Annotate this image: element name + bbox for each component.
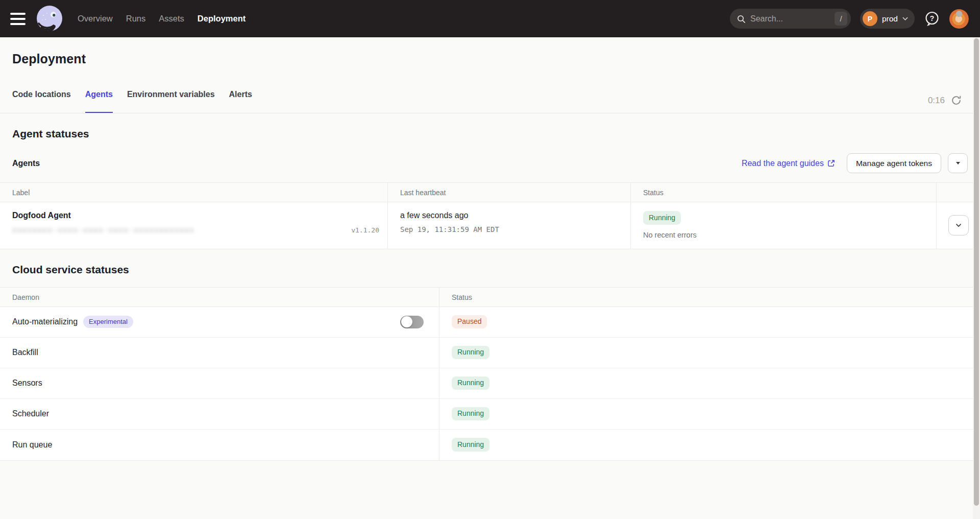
col-header-last-heartbeat: Last heartbeat <box>388 183 631 202</box>
agent-name: Dogfood Agent <box>12 211 379 220</box>
tab-alerts[interactable]: Alerts <box>229 90 252 113</box>
daemon-name: Auto-materializing <box>12 317 78 326</box>
heartbeat-relative: a few seconds ago <box>400 211 622 220</box>
status-badge-running: Running <box>452 438 489 452</box>
experimental-badge: Experimental <box>83 316 133 327</box>
col-header-status: Status <box>631 183 937 202</box>
agent-guides-link-label: Read the agent guides <box>742 159 824 168</box>
col-header-daemon: Daemon <box>0 288 439 307</box>
cloud-service-statuses-heading: Cloud service statuses <box>12 264 968 276</box>
status-badge-running: Running <box>452 407 489 421</box>
deployment-tabs: Code locations Agents Environment variab… <box>0 90 980 113</box>
agents-table: Label Last heartbeat Status Dogfood Agen… <box>0 182 980 249</box>
deployment-switcher[interactable]: P prod <box>860 9 915 29</box>
menu-icon[interactable] <box>10 13 26 25</box>
top-bar: Overview Runs Assets Deployment / P prod <box>0 0 980 37</box>
primary-nav: Overview Runs Assets Deployment <box>78 14 246 23</box>
chevron-down-icon <box>954 221 963 229</box>
agent-statuses-heading: Agent statuses <box>12 128 968 140</box>
scrollbar-thumb[interactable] <box>974 38 979 506</box>
agent-guides-link[interactable]: Read the agent guides <box>742 159 835 168</box>
external-link-icon <box>827 159 835 167</box>
org-avatar: P <box>863 11 877 26</box>
agent-label-cell: Dogfood Agent xxxxxxxx-xxxx-xxxx-xxxx-xx… <box>0 202 388 249</box>
user-avatar[interactable] <box>949 9 969 29</box>
daemon-status-cell: Paused <box>439 307 980 338</box>
svg-text:?: ? <box>930 14 935 22</box>
search-box[interactable]: / <box>730 9 851 29</box>
toggle-knob <box>401 316 412 327</box>
daemon-status-cell: Running <box>439 368 980 399</box>
org-name: prod <box>882 14 898 23</box>
daemon-name: Sensors <box>12 379 42 388</box>
refresh-icon[interactable] <box>951 95 962 106</box>
daemon-status-cell: Running <box>439 399 980 430</box>
scrollbar-track <box>973 37 980 519</box>
caret-down-icon <box>956 162 960 164</box>
tab-environment-variables[interactable]: Environment variables <box>127 90 215 113</box>
agents-subheading: Agents <box>12 159 40 168</box>
daemon-row-backfill: Backfill <box>0 338 439 368</box>
agent-version: v1.1.20 <box>351 226 379 234</box>
tab-agents[interactable]: Agents <box>85 90 113 113</box>
page-title: Deployment <box>12 52 968 66</box>
status-badge-running: Running <box>452 346 489 360</box>
auto-materializing-toggle[interactable] <box>400 316 424 328</box>
col-header-daemon-status: Status <box>439 288 980 307</box>
refresh-timer: 0:16 <box>928 96 945 106</box>
search-shortcut-key: / <box>835 12 847 26</box>
daemon-row-sensors: Sensors <box>0 368 439 399</box>
daemon-row-run-queue: Run queue <box>0 430 439 460</box>
help-icon[interactable]: ? <box>924 11 940 27</box>
search-icon <box>737 14 746 23</box>
nav-assets[interactable]: Assets <box>159 14 184 23</box>
daemon-name: Backfill <box>12 348 38 357</box>
daemon-row-auto-materializing: Auto-materializing Experimental <box>0 307 439 338</box>
daemon-name: Scheduler <box>12 409 49 418</box>
daemon-name: Run queue <box>12 440 52 450</box>
status-badge-running: Running <box>452 376 489 390</box>
agent-id-redacted: xxxxxxxx-xxxx-xxxx-xxxx-xxxxxxxxxxxx <box>12 226 194 234</box>
heartbeat-timestamp: Sep 19, 11:31:59 AM EDT <box>400 225 622 233</box>
daemon-status-cell: Running <box>439 338 980 368</box>
nav-deployment[interactable]: Deployment <box>198 14 246 23</box>
nav-overview[interactable]: Overview <box>78 14 113 23</box>
agent-expand-button[interactable] <box>948 215 969 235</box>
nav-runs[interactable]: Runs <box>126 14 146 23</box>
col-header-label: Label <box>0 183 388 202</box>
agent-more-actions-button[interactable] <box>948 153 968 173</box>
agent-status-note: No recent errors <box>643 231 928 239</box>
cloud-services-table: Daemon Status Auto-materializing Experim… <box>0 287 980 461</box>
agent-heartbeat-cell: a few seconds ago Sep 19, 11:31:59 AM ED… <box>388 202 631 249</box>
status-badge-paused: Paused <box>452 315 487 329</box>
dagster-logo-icon[interactable] <box>35 4 64 34</box>
search-input[interactable] <box>750 14 830 23</box>
chevron-down-icon <box>902 17 908 21</box>
agent-status-badge: Running <box>643 211 681 225</box>
tab-code-locations[interactable]: Code locations <box>12 90 71 113</box>
manage-agent-tokens-button[interactable]: Manage agent tokens <box>847 153 941 173</box>
agent-status-cell: Running No recent errors <box>631 202 937 249</box>
daemon-row-scheduler: Scheduler <box>0 399 439 430</box>
daemon-status-cell: Running <box>439 430 980 460</box>
